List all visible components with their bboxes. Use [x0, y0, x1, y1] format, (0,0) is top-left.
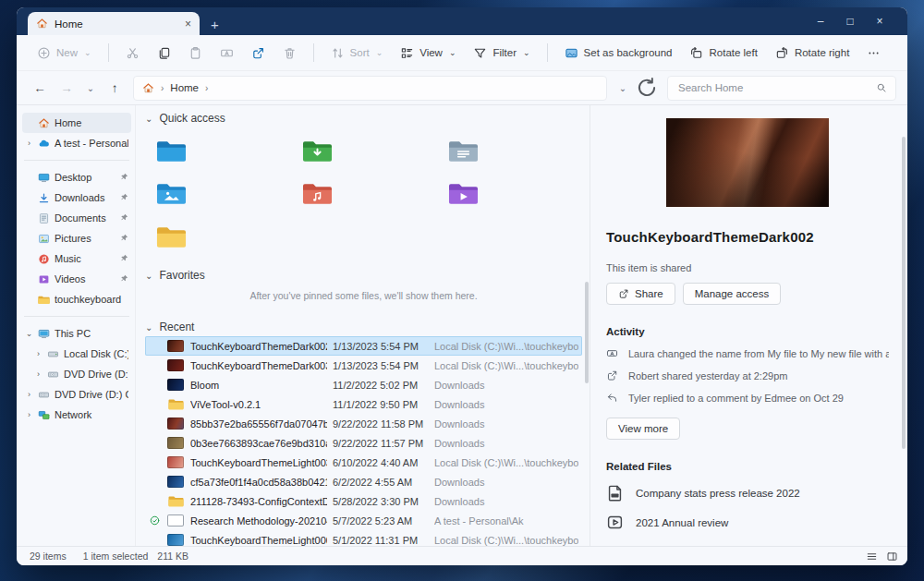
- sidebar-item-documents[interactable]: Documents: [22, 208, 131, 228]
- file-row[interactable]: TouchKeyboardThemeLight0005/1/2022 11:31…: [145, 530, 582, 546]
- file-date: 5/1/2022 11:31 PM: [333, 535, 429, 546]
- quick-access-tile-music[interactable]: [302, 172, 448, 214]
- details-scrollbar[interactable]: [902, 137, 906, 449]
- address-dropdown-button[interactable]: ⌄: [614, 83, 632, 93]
- new-tab-button[interactable]: +: [211, 18, 219, 31]
- file-list-scrollbar[interactable]: [585, 282, 589, 383]
- rotate-left-button[interactable]: Rotate left: [682, 42, 764, 65]
- filter-button[interactable]: Filter⌄: [466, 42, 537, 65]
- sidebar-item-touchkeyboard[interactable]: touchkeyboard: [22, 289, 131, 309]
- recent-header[interactable]: ⌄ Recent: [145, 318, 582, 336]
- file-row[interactable]: cf5a73fe0f1f4a0cd58a38b04219a0167354f87f…: [145, 472, 582, 491]
- rotate-right-button[interactable]: Rotate right: [768, 42, 857, 65]
- file-location: Local Disk (C:)\Wi...\touchkeyboard: [434, 341, 578, 352]
- file-row[interactable]: 211128-73493-ConfigContextData5/28/2022 …: [145, 491, 582, 511]
- file-name: TouchKeyboardThemeDark002: [190, 341, 327, 352]
- refresh-button[interactable]: [635, 76, 659, 100]
- breadcrumb-segment[interactable]: Home: [170, 82, 199, 93]
- copy-button[interactable]: [150, 42, 178, 65]
- chevron-down-icon[interactable]: ⌄: [25, 329, 33, 338]
- network-icon: [38, 409, 50, 421]
- file-row[interactable]: Research Methodology-20210401_040256-Mee…: [145, 511, 582, 530]
- rename-button[interactable]: [213, 42, 241, 65]
- sidebar-item-this-pc[interactable]: ⌄This PC: [22, 323, 131, 344]
- view-more-button[interactable]: View more: [606, 418, 680, 440]
- sidebar-item-desktop[interactable]: Desktop: [22, 167, 131, 188]
- details-view-icon[interactable]: [886, 551, 898, 563]
- quick-access-header[interactable]: ⌄ Quick access: [145, 107, 582, 129]
- sidebar-item-home[interactable]: Home: [22, 113, 131, 133]
- set-as-background-button[interactable]: Set as background: [557, 42, 680, 65]
- file-date: 11/1/2022 9:50 PM: [333, 399, 429, 410]
- file-row[interactable]: 85bb37e2ba65556f7da07047bab330e3534c80a2…: [145, 414, 582, 433]
- thumbnail-image: [167, 340, 184, 352]
- file-row[interactable]: TouchKeyboardThemeLight0036/10/2022 4:40…: [145, 453, 582, 472]
- file-thumbnail: [166, 456, 185, 468]
- quick-access-tile-touchkeyboard[interactable]: [156, 214, 302, 259]
- file-row[interactable]: 0b3ee7663893cae76e9bd310aee59b70d76cc476…: [145, 433, 582, 453]
- quick-access-tile-downloads[interactable]: [302, 129, 448, 172]
- activity-item[interactable]: Tyler replied to a comment by Edmee on O…: [606, 392, 889, 404]
- sort-button[interactable]: Sort⌄: [323, 42, 391, 65]
- chevron-right-icon[interactable]: ›: [25, 139, 33, 148]
- file-date: 5/28/2022 3:30 PM: [333, 496, 429, 507]
- tab-home[interactable]: Home ×: [28, 12, 200, 35]
- quick-access-tile-documents[interactable]: [448, 129, 590, 172]
- breadcrumb[interactable]: ›Home›: [133, 76, 607, 101]
- recent-locations-button[interactable]: ⌄: [81, 83, 100, 93]
- chevron-right-icon[interactable]: ›: [34, 349, 43, 358]
- tab-close-icon[interactable]: ×: [185, 18, 191, 30]
- details-pane: TouchKeyboardThemeDark002 This item is s…: [590, 105, 907, 546]
- activity-item[interactable]: Laura changed the name from My file to M…: [606, 347, 889, 359]
- search-input[interactable]: [676, 81, 876, 94]
- view-button[interactable]: View⌄: [393, 42, 463, 65]
- related-file-name: Company stats press release 2022: [636, 488, 800, 499]
- chevron-right-icon[interactable]: ›: [25, 410, 33, 419]
- sidebar-item-music[interactable]: Music: [22, 248, 131, 269]
- delete-button[interactable]: [275, 42, 304, 65]
- search-box[interactable]: [667, 76, 896, 101]
- forward-button[interactable]: →: [55, 81, 79, 95]
- up-button[interactable]: ↑: [103, 81, 127, 95]
- quick-access-tile-desktop[interactable]: [156, 129, 302, 172]
- minimize-button[interactable]: –: [806, 15, 835, 28]
- favorites-header[interactable]: ⌄ Favorites: [145, 266, 582, 284]
- breadcrumb-arrow-icon: ›: [161, 83, 164, 93]
- cut-button[interactable]: [118, 42, 147, 65]
- file-row[interactable]: Bloom11/2/2022 5:02 PMDownloads: [145, 375, 582, 394]
- list-view-icon[interactable]: [866, 551, 878, 563]
- close-button[interactable]: ×: [865, 15, 894, 28]
- share-button[interactable]: [244, 42, 273, 65]
- set-as-background-label: Set as background: [584, 47, 673, 58]
- share-button[interactable]: Share: [606, 283, 675, 305]
- paste-button[interactable]: [181, 42, 210, 65]
- sidebar-item-pictures[interactable]: Pictures: [22, 228, 131, 248]
- more-options-button[interactable]: [859, 42, 888, 65]
- file-row[interactable]: ViVeTool-v0.2.111/1/2022 9:50 PMDownload…: [145, 394, 582, 414]
- file-thumbnail: [166, 534, 185, 546]
- maximize-button[interactable]: □: [835, 15, 865, 28]
- chevron-right-icon[interactable]: ›: [25, 390, 33, 399]
- sidebar-item-onedrive[interactable]: ›A test - Personal: [22, 133, 131, 153]
- share-button-label: Share: [635, 288, 663, 299]
- quick-access-tile-pictures[interactable]: [156, 172, 302, 214]
- thumbnail-image: [167, 379, 184, 391]
- related-file-item[interactable]: 2021 Annual review: [606, 514, 889, 531]
- manage-access-button[interactable]: Manage access: [683, 283, 782, 305]
- sidebar-item-label: Home: [55, 117, 128, 128]
- sidebar-item-videos[interactable]: Videos: [22, 269, 131, 289]
- activity-item[interactable]: Robert shared yesterday at 2:29pm: [606, 369, 889, 381]
- sidebar-item-dvd-drive-1[interactable]: ›DVD Drive (D:) CC: [22, 364, 131, 384]
- sidebar-item-local-disk-c[interactable]: ›Local Disk (C:): [22, 344, 131, 364]
- file-row[interactable]: TouchKeyboardThemeDark0031/13/2023 5:54 …: [145, 356, 582, 375]
- related-file-item[interactable]: Company stats press release 2022: [606, 484, 889, 502]
- new-button[interactable]: New⌄: [30, 42, 99, 65]
- file-row[interactable]: TouchKeyboardThemeDark0021/13/2023 5:54 …: [145, 336, 582, 356]
- quick-access-tile-videos[interactable]: [448, 172, 590, 214]
- sidebar-item-downloads[interactable]: Downloads: [22, 188, 131, 208]
- sidebar-item-dvd-drive-2[interactable]: ›DVD Drive (D:) CCC: [22, 384, 131, 405]
- back-button[interactable]: ←: [28, 81, 52, 95]
- titlebar[interactable]: Home × + – □ ×: [17, 7, 907, 35]
- chevron-right-icon[interactable]: ›: [34, 369, 43, 379]
- sidebar-item-network[interactable]: ›Network: [22, 405, 131, 425]
